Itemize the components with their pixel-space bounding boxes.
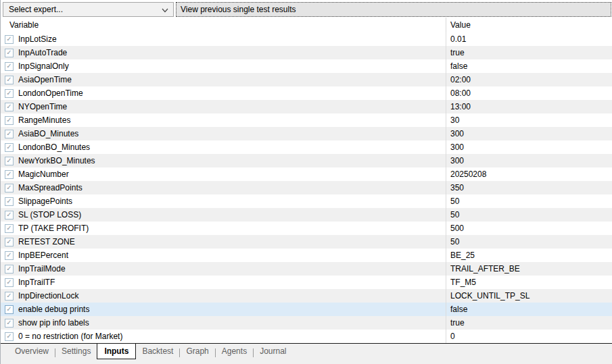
variable-value[interactable]: 30 xyxy=(446,113,612,127)
table-row[interactable]: ✓AsiaOpenTime02:00 xyxy=(1,73,612,86)
check-icon: ✓ xyxy=(6,238,11,245)
column-header-variable[interactable]: Variable xyxy=(1,18,446,32)
row-checkbox[interactable]: ✓ xyxy=(5,143,14,152)
check-icon: ✓ xyxy=(6,306,11,313)
table-row[interactable]: ✓InpSignalOnlyfalse xyxy=(1,59,612,73)
row-checkbox[interactable]: ✓ xyxy=(5,76,14,84)
variable-value[interactable]: 50 xyxy=(446,194,612,208)
variable-value[interactable]: 300 xyxy=(446,154,612,167)
table-row[interactable]: ✓0 = no restriction (for Market)0 xyxy=(1,330,612,343)
tab-inputs[interactable]: Inputs xyxy=(97,343,136,359)
expert-selector-dropdown[interactable]: Select expert... xyxy=(3,2,174,17)
table-row[interactable]: ✓NYOpenTime13:00 xyxy=(1,100,612,113)
variable-value[interactable]: 350 xyxy=(446,181,612,194)
view-previous-results-button[interactable]: View previous single test results xyxy=(176,2,611,17)
variable-name: InpSignalOnly xyxy=(18,61,69,71)
row-checkbox[interactable]: ✓ xyxy=(5,292,14,301)
table-row[interactable]: ✓LondonBO_Minutes300 xyxy=(1,140,612,154)
row-checkbox[interactable]: ✓ xyxy=(5,49,14,57)
table-row[interactable]: ✓AsiaBO_Minutes300 xyxy=(1,127,612,140)
table-row[interactable]: ✓show pip info labelstrue xyxy=(1,316,612,330)
tab-overview[interactable]: Overview xyxy=(9,344,55,358)
variable-value[interactable]: 300 xyxy=(446,127,612,140)
table-row[interactable]: ✓InpAutoTradetrue xyxy=(1,46,612,59)
variable-value[interactable]: BE_25 xyxy=(446,249,612,262)
variable-cell: ✓RETEST ZONE xyxy=(1,235,446,249)
check-icon: ✓ xyxy=(6,76,11,83)
variable-cell: ✓SlippagePoints xyxy=(1,194,446,208)
variable-value[interactable]: true xyxy=(446,46,612,59)
tab-graph[interactable]: Graph xyxy=(180,344,214,358)
table-row[interactable]: ✓InpLotSize0.01 xyxy=(1,32,612,46)
row-checkbox[interactable]: ✓ xyxy=(5,278,14,287)
variable-value[interactable]: TF_M5 xyxy=(446,276,612,289)
table-row[interactable]: ✓RETEST ZONE50 xyxy=(1,235,612,249)
row-checkbox[interactable]: ✓ xyxy=(5,62,14,71)
view-previous-results-label: View previous single test results xyxy=(181,5,296,14)
variable-value[interactable]: 13:00 xyxy=(446,100,612,113)
variable-cell: ✓InpSignalOnly xyxy=(1,59,446,73)
variable-name: AsiaBO_Minutes xyxy=(18,129,78,138)
strategy-tester-inputs-panel: Select expert... View previous single te… xyxy=(0,0,612,364)
tab-journal[interactable]: Journal xyxy=(254,344,292,358)
variable-value[interactable]: 08:00 xyxy=(446,86,612,100)
row-checkbox[interactable]: ✓ xyxy=(5,265,14,274)
variable-cell: ✓show pip info labels xyxy=(1,316,446,330)
variable-value[interactable]: true xyxy=(446,316,612,330)
row-checkbox[interactable]: ✓ xyxy=(5,35,14,44)
table-row[interactable]: ✓LondonOpenTime08:00 xyxy=(1,86,612,100)
table-row[interactable]: ✓RangeMinutes30 xyxy=(1,113,612,127)
table-row[interactable]: ✓InpTrailTFTF_M5 xyxy=(1,276,612,289)
row-checkbox[interactable]: ✓ xyxy=(5,224,14,233)
tab-agents[interactable]: Agents xyxy=(216,344,253,358)
variable-value[interactable]: false xyxy=(446,303,612,316)
row-checkbox[interactable]: ✓ xyxy=(5,305,14,314)
row-checkbox[interactable]: ✓ xyxy=(5,184,14,192)
row-checkbox[interactable]: ✓ xyxy=(5,130,14,138)
table-row[interactable]: ✓MagicNumber20250208 xyxy=(1,167,612,181)
variable-value[interactable]: 0 xyxy=(446,330,612,343)
variable-value[interactable]: 300 xyxy=(446,140,612,154)
table-row[interactable]: ✓InpTrailModeTRAIL_AFTER_BE xyxy=(1,262,612,276)
table-row[interactable]: ✓enable debug printsfalse xyxy=(1,303,612,316)
row-checkbox[interactable]: ✓ xyxy=(5,332,14,341)
table-row[interactable]: ✓MaxSpreadPoints350 xyxy=(1,181,612,194)
row-checkbox[interactable]: ✓ xyxy=(5,238,14,246)
variable-value[interactable]: 0.01 xyxy=(446,32,612,46)
variable-value[interactable]: 02:00 xyxy=(446,73,612,86)
table-row[interactable]: ✓InpDirectionLockLOCK_UNTIL_TP_SL xyxy=(1,289,612,303)
variable-value[interactable]: 50 xyxy=(446,208,612,222)
row-checkbox[interactable]: ✓ xyxy=(5,211,14,219)
row-checkbox[interactable]: ✓ xyxy=(5,319,14,328)
variable-name: InpDirectionLock xyxy=(18,291,78,301)
table-row[interactable]: ✓TP (TAKE PROFIT)500 xyxy=(1,222,612,235)
row-checkbox[interactable]: ✓ xyxy=(5,116,14,125)
row-checkbox[interactable]: ✓ xyxy=(5,103,14,111)
variable-cell: ✓0 = no restriction (for Market) xyxy=(1,330,446,343)
check-icon: ✓ xyxy=(6,319,11,326)
variable-value[interactable]: 50 xyxy=(446,235,612,249)
column-header-value[interactable]: Value xyxy=(446,18,612,32)
table-row[interactable]: ✓SlippagePoints50 xyxy=(1,194,612,208)
variable-cell: ✓InpLotSize xyxy=(1,32,446,46)
row-checkbox[interactable]: ✓ xyxy=(5,157,14,165)
variable-cell: ✓InpTrailMode xyxy=(1,262,446,276)
tab-settings[interactable]: Settings xyxy=(55,344,97,358)
variable-value[interactable]: TRAIL_AFTER_BE xyxy=(446,262,612,276)
table-row[interactable]: ✓SL (STOP LOSS)50 xyxy=(1,208,612,222)
row-checkbox[interactable]: ✓ xyxy=(5,170,14,179)
table-row[interactable]: ✓InpBEPercentBE_25 xyxy=(1,249,612,262)
variable-value[interactable]: false xyxy=(446,59,612,73)
row-checkbox[interactable]: ✓ xyxy=(5,251,14,260)
variable-cell: ✓AsiaOpenTime xyxy=(1,73,446,86)
row-checkbox[interactable]: ✓ xyxy=(5,197,14,206)
variable-name: InpTrailTF xyxy=(18,278,55,287)
variable-name: LondonOpenTime xyxy=(18,88,83,98)
variable-value[interactable]: 20250208 xyxy=(446,167,612,181)
variable-value[interactable]: 500 xyxy=(446,222,612,235)
table-row[interactable]: ✓NewYorkBO_Minutes300 xyxy=(1,154,612,167)
variable-cell: ✓SL (STOP LOSS) xyxy=(1,208,446,222)
variable-value[interactable]: LOCK_UNTIL_TP_SL xyxy=(446,289,612,303)
tab-backtest[interactable]: Backtest xyxy=(136,344,179,358)
row-checkbox[interactable]: ✓ xyxy=(5,89,14,98)
